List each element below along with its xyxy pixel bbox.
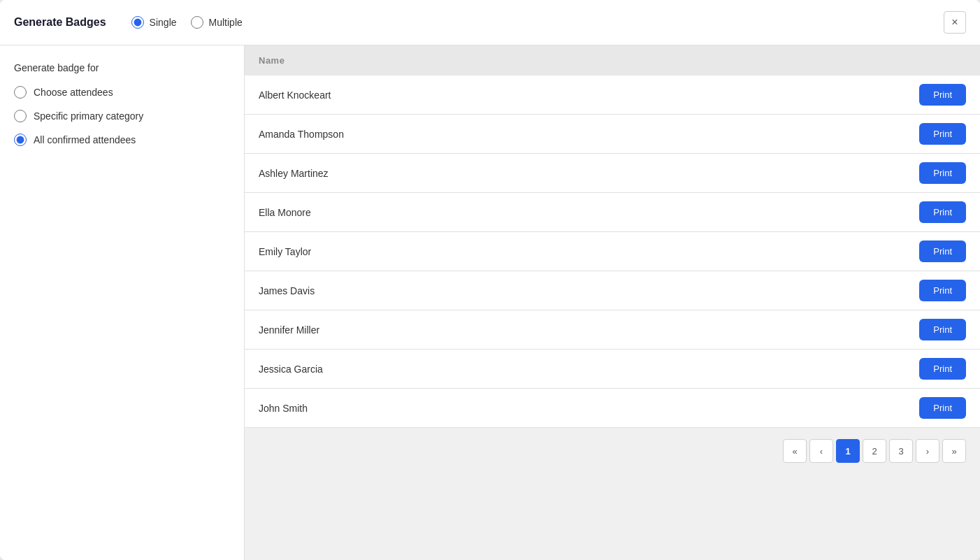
single-radio[interactable] xyxy=(131,16,144,29)
print-button[interactable]: Print xyxy=(919,319,966,340)
attendee-name: Jessica Garcia xyxy=(259,364,323,375)
print-button[interactable]: Print xyxy=(919,123,966,145)
specific-radio[interactable] xyxy=(14,110,27,122)
sidebar-specific-item[interactable]: Specific primary category xyxy=(14,110,230,122)
attendee-name: Amanda Thompson xyxy=(259,129,344,140)
attendee-name: Emily Taylor xyxy=(259,246,311,257)
print-button[interactable]: Print xyxy=(919,358,966,380)
name-column-header: Name xyxy=(259,55,284,66)
print-button[interactable]: Print xyxy=(919,397,966,419)
multiple-radio-item[interactable]: Multiple xyxy=(191,16,243,29)
specific-label[interactable]: Specific primary category xyxy=(34,110,143,122)
table-row: Emily Taylor Print xyxy=(245,232,980,271)
pagination: « ‹ 1 2 3 › » xyxy=(245,428,980,474)
modal-title: Generate Badges xyxy=(14,16,106,29)
header-radio-group: Single Multiple xyxy=(131,16,243,29)
single-label[interactable]: Single xyxy=(150,17,177,28)
attendee-name: Jennifer Miller xyxy=(259,324,319,336)
all-radio[interactable] xyxy=(14,134,27,146)
page-2-button[interactable]: 2 xyxy=(863,439,886,463)
attendee-name: James Davis xyxy=(259,285,315,296)
first-page-button[interactable]: « xyxy=(783,439,807,463)
sidebar: Generate badge for Choose attendees Spec… xyxy=(0,45,245,560)
table-row: Jennifer Miller Print xyxy=(245,310,980,350)
single-radio-item[interactable]: Single xyxy=(131,16,177,29)
table-row: James Davis Print xyxy=(245,271,980,310)
sidebar-section-title: Generate badge for xyxy=(14,62,230,73)
table-row: Jessica Garcia Print xyxy=(245,350,980,389)
choose-radio[interactable] xyxy=(14,86,27,99)
multiple-radio[interactable] xyxy=(191,16,203,29)
all-label[interactable]: All confirmed attendees xyxy=(34,134,136,145)
close-button[interactable]: × xyxy=(944,11,966,34)
attendee-name: John Smith xyxy=(259,403,308,414)
content-area: Name Albert Knockeart Print Amanda Thomp… xyxy=(245,45,980,560)
print-button[interactable]: Print xyxy=(919,162,966,184)
table-row: Ella Monore Print xyxy=(245,193,980,232)
attendee-name: Ashley Martinez xyxy=(259,168,329,179)
attendee-name: Ella Monore xyxy=(259,207,311,218)
attendee-name: Albert Knockeart xyxy=(259,89,331,101)
modal-body: Generate badge for Choose attendees Spec… xyxy=(0,45,980,560)
page-1-button[interactable]: 1 xyxy=(836,439,860,463)
sidebar-choose-item[interactable]: Choose attendees xyxy=(14,86,230,99)
print-button[interactable]: Print xyxy=(919,280,966,301)
print-button[interactable]: Print xyxy=(919,240,966,262)
modal-header: Generate Badges Single Multiple × xyxy=(0,0,980,45)
page-3-button[interactable]: 3 xyxy=(889,439,913,463)
choose-label[interactable]: Choose attendees xyxy=(34,87,113,98)
print-button[interactable]: Print xyxy=(919,84,966,106)
prev-page-button[interactable]: ‹ xyxy=(809,439,833,463)
table-body: Albert Knockeart Print Amanda Thompson P… xyxy=(245,76,980,428)
print-button[interactable]: Print xyxy=(919,201,966,223)
multiple-label[interactable]: Multiple xyxy=(209,17,243,28)
modal: Generate Badges Single Multiple × Genera… xyxy=(0,0,980,560)
last-page-button[interactable]: » xyxy=(942,439,966,463)
sidebar-all-item[interactable]: All confirmed attendees xyxy=(14,134,230,146)
table-row: Ashley Martinez Print xyxy=(245,154,980,193)
table-row: Amanda Thompson Print xyxy=(245,115,980,154)
table-row: John Smith Print xyxy=(245,389,980,428)
next-page-button[interactable]: › xyxy=(916,439,939,463)
table-header: Name xyxy=(245,45,980,76)
table-row: Albert Knockeart Print xyxy=(245,76,980,115)
